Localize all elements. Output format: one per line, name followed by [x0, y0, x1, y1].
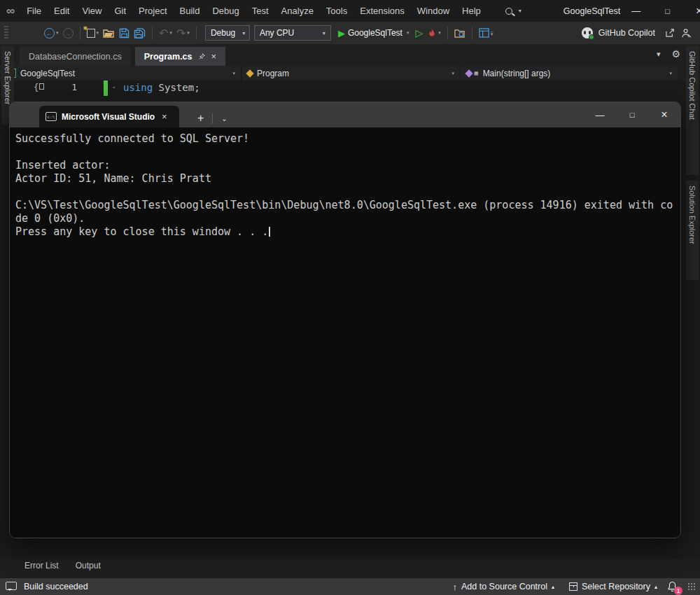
sidebar-tab-github-copilot-chat[interactable]: GitHub Copilot Chat [686, 46, 699, 175]
solution-platform-dropdown[interactable]: Any CPU ▾ [254, 25, 331, 41]
menu-tools[interactable]: Tools [320, 0, 354, 22]
chevron-down-icon[interactable]: ▾ [169, 30, 172, 36]
debug-console-window[interactable]: c:\ Microsoft Visual Studio Debug × + ⌄ … [9, 102, 681, 538]
text-cursor [269, 227, 270, 237]
chevron-down-icon: ▾ [669, 71, 672, 76]
close-tab-icon[interactable]: × [211, 51, 217, 62]
chevron-up-icon: ▴ [552, 584, 554, 590]
sidebar-tab-solution-explorer[interactable]: Solution Explorer [686, 181, 699, 280]
menu-view[interactable]: View [76, 0, 108, 22]
menu-extensions[interactable]: Extensions [354, 0, 411, 22]
minimize-button[interactable]: — [620, 0, 652, 22]
navigate-forward-button[interactable]: → [61, 24, 76, 41]
chevron-down-icon[interactable]: ▾ [519, 8, 522, 14]
console-minimize-button[interactable]: — [584, 110, 616, 120]
menu-help[interactable]: Help [456, 0, 487, 22]
start-debugging-button[interactable]: ▶ GoogleSqlTest ▾ [338, 28, 410, 38]
console-output[interactable]: Successfully connected to SQL Server! In… [10, 127, 680, 538]
close-console-tab-icon[interactable]: × [162, 111, 167, 122]
open-file-button[interactable] [101, 24, 117, 41]
pin-icon[interactable] [198, 52, 206, 60]
chevron-down-icon: ▾ [316, 30, 326, 36]
menu-git[interactable]: Git [108, 0, 132, 22]
play-outline-icon: ▷ [415, 27, 423, 38]
project-name: GoogleSqlTest [20, 69, 75, 78]
tab-databaseconnection-cs[interactable]: DatabaseConnection.cs [20, 47, 131, 66]
save-button[interactable] [117, 24, 132, 41]
new-console-tab-icon[interactable]: + [197, 112, 204, 125]
redo-button[interactable]: ↷ ▾ [174, 24, 192, 41]
tab-overflow-chevron-icon[interactable]: ▾ [657, 50, 661, 59]
maximize-button[interactable]: □ [652, 0, 683, 22]
console-maximize-button[interactable]: □ [616, 111, 648, 119]
source-control-label: Add to Source Control [461, 582, 547, 592]
project-dropdown[interactable]: C# GoogleSqlTest ▾ [0, 66, 241, 80]
menu-project[interactable]: Project [132, 0, 173, 22]
menu-build[interactable]: Build [174, 0, 206, 22]
console-close-button[interactable]: × [648, 108, 680, 121]
toolbar: ← ▾ → ▾ ↶ ▾ ↷ ▾ Debug ▾ [0, 22, 700, 44]
window-layout-button[interactable]: –▾ [477, 24, 496, 41]
chevron-down-icon[interactable]: ▾ [407, 30, 410, 36]
undo-button[interactable]: ↶ ▾ [157, 24, 174, 41]
github-copilot-button[interactable]: GitHub Copilot [582, 27, 692, 38]
console-tab[interactable]: c:\ Microsoft Visual Studio Debug × [39, 106, 179, 127]
add-to-source-control-button[interactable]: ↑ Add to Source Control ▴ [448, 582, 560, 592]
start-without-debugging-button[interactable]: ▷ [413, 24, 425, 41]
tab-error-list[interactable]: Error List [24, 561, 59, 570]
gear-icon[interactable]: ⚙ [671, 50, 680, 59]
console-line: Inserted actor: [15, 159, 677, 172]
line-number: 1 [63, 82, 77, 92]
up-arrow-icon: ↑ [453, 582, 458, 592]
type-name: Program [257, 69, 289, 78]
toolbar-separator [152, 27, 153, 40]
member-dropdown[interactable]: ▦ Main(string[] args) ▾ [461, 66, 678, 80]
chevron-down-icon[interactable]: ▾ [438, 30, 441, 36]
command-prompt-icon: c:\ [46, 112, 57, 121]
type-dropdown[interactable]: Program ▾ [241, 66, 461, 80]
share-icon[interactable] [665, 28, 676, 38]
copilot-status-check-icon [589, 34, 594, 40]
console-dropdown-chevron-icon[interactable]: ⌄ [221, 115, 227, 122]
document-outline-icon[interactable]: { [34, 83, 44, 92]
forward-arrow-icon: → [63, 28, 74, 38]
tab-output[interactable]: Output [76, 561, 101, 570]
console-titlebar[interactable]: c:\ Microsoft Visual Studio Debug × + ⌄ … [10, 102, 680, 127]
toolbar-separator [196, 27, 197, 40]
menu-file[interactable]: File [20, 0, 48, 22]
menu-window[interactable]: Window [411, 0, 456, 22]
chevron-down-icon[interactable]: –▾ [491, 30, 493, 36]
menu-test[interactable]: Test [246, 0, 275, 22]
notifications-button[interactable]: 1 [667, 581, 680, 593]
chevron-down-icon[interactable]: ▾ [56, 30, 59, 36]
new-item-button[interactable]: ▾ [85, 24, 102, 41]
search-button[interactable]: ▾ [505, 8, 522, 15]
find-in-files-button[interactable] [452, 24, 468, 41]
run-target-label: GoogleSqlTest [348, 28, 402, 38]
toolbar-separator [447, 27, 448, 40]
console-line-with-cursor: Press any key to close this window . . . [15, 225, 677, 239]
solution-configuration-dropdown[interactable]: Debug ▾ [205, 25, 250, 41]
navigate-back-button[interactable]: ← ▾ [42, 24, 61, 41]
new-item-icon [87, 29, 95, 38]
chevron-down-icon: ▾ [235, 30, 245, 36]
titlebar: ∞ File Edit View Git Project Build Debug… [0, 0, 700, 22]
change-tracking-bar [104, 80, 108, 96]
chevron-down-icon[interactable]: ▾ [97, 30, 99, 36]
tab-program-cs[interactable]: Program.cs × [135, 47, 225, 66]
menu-debug[interactable]: Debug [206, 0, 245, 22]
chevron-down-icon[interactable]: ▾ [187, 30, 190, 36]
toolbar-grip-handle[interactable] [4, 26, 8, 40]
save-all-button[interactable] [132, 24, 148, 41]
class-icon [246, 69, 253, 77]
select-repository-button[interactable]: Select Repository ▴ [564, 582, 662, 592]
close-button[interactable]: × [683, 0, 700, 22]
hot-reload-button[interactable]: ▾ [425, 24, 443, 41]
resize-grip-handle[interactable] [687, 582, 696, 591]
find-in-files-icon [454, 28, 465, 38]
console-line [15, 146, 677, 159]
menu-analyze[interactable]: Analyze [275, 0, 320, 22]
code-fold-chevron-icon[interactable]: ⌄ [111, 83, 117, 90]
menu-edit[interactable]: Edit [48, 0, 76, 22]
feedback-person-icon[interactable] [681, 28, 692, 38]
